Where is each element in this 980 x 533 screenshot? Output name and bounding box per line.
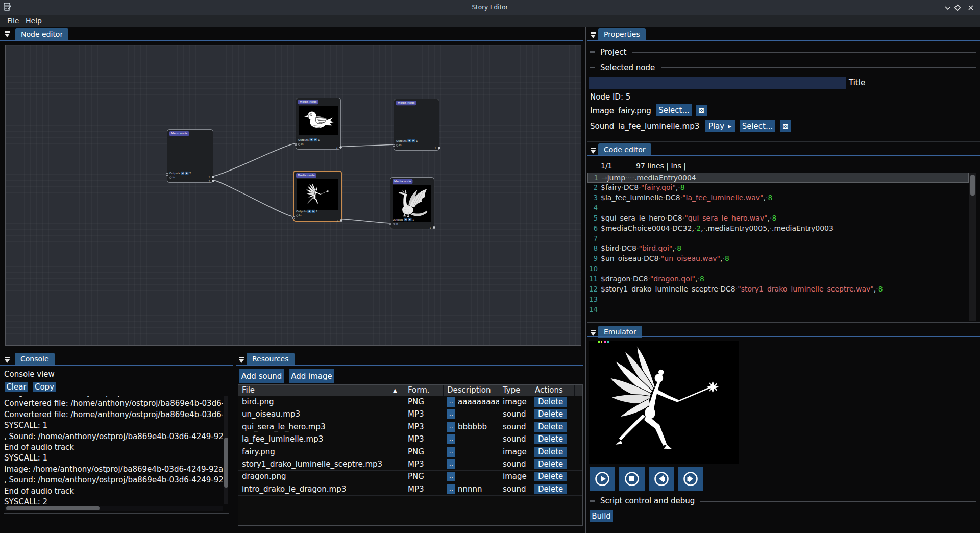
node-input-pin[interactable]	[292, 216, 295, 219]
code-line: 13	[587, 295, 969, 305]
increase-outputs-button[interactable]: ▶	[412, 139, 415, 142]
console-hscrollbar[interactable]	[5, 506, 223, 511]
emulator-stop-button[interactable]	[619, 467, 645, 491]
edit-description-button[interactable]: ..	[447, 409, 455, 419]
node-output-pin[interactable]	[438, 147, 440, 149]
decrease-outputs-button[interactable]: ◀	[309, 138, 313, 141]
edit-description-button[interactable]: ..	[447, 397, 455, 407]
node-editor-fold-icon[interactable]	[4, 31, 11, 38]
delete-button[interactable]: Delete	[534, 409, 567, 419]
tab-resources[interactable]: Resources	[247, 353, 295, 366]
node-output-pin[interactable]	[339, 146, 342, 149]
resources-fold-icon[interactable]	[238, 356, 245, 364]
copy-button[interactable]: Copy	[33, 382, 56, 392]
emulator-fold-icon[interactable]	[590, 329, 597, 336]
close-icon[interactable]	[966, 3, 976, 13]
image-clear-button[interactable]: ⊠	[696, 105, 707, 116]
delete-button[interactable]: Delete	[534, 434, 567, 444]
tab-properties[interactable]: Properties	[598, 28, 646, 41]
delete-button[interactable]: Delete	[534, 447, 567, 457]
node-canvas[interactable]: Menu nodeOutputs◀▶2In12Media nodeOutputs…	[5, 45, 581, 346]
node-output-pin[interactable]	[212, 180, 214, 182]
edit-description-button[interactable]: ..	[447, 422, 455, 432]
fairy-media-node[interactable]: Media nodeOutputs◀▶1In1	[293, 171, 342, 222]
emulator-back-button[interactable]	[649, 467, 674, 491]
image-value: fairy.png	[618, 106, 651, 115]
delete-button[interactable]: Delete	[534, 397, 567, 407]
titlebar[interactable]: Story Editor	[0, 0, 980, 15]
resource-row-story1_drako_luminelle_sceptre.mp3[interactable]: story1_drako_luminelle_sceptre.mp3MP3..s…	[238, 458, 582, 471]
menu-file[interactable]: File	[4, 16, 22, 26]
code-scrollbar[interactable]	[969, 173, 976, 321]
node-input-pin[interactable]	[295, 143, 297, 146]
console-output[interactable]: Image: /home/anthony/ostproj/ba869e4b-03…	[4, 396, 223, 505]
delete-button[interactable]: Delete	[534, 484, 567, 494]
sound-select-button[interactable]: Select...	[740, 120, 775, 132]
edit-description-button[interactable]: ..	[447, 472, 455, 481]
resource-row-un_oiseau.mp3[interactable]: un_oiseau.mp3MP3..soundDelete	[238, 408, 582, 421]
edit-description-button[interactable]: ..	[447, 447, 455, 457]
main-splitter[interactable]	[585, 27, 586, 533]
properties-fold-icon[interactable]	[590, 32, 597, 39]
dragon-media-node[interactable]: Media nodeOutputs◀▶1In1	[390, 177, 434, 229]
column-header-file[interactable]: File	[238, 385, 404, 396]
emulator-forward-button[interactable]	[678, 467, 703, 491]
edit-description-button[interactable]: ..	[447, 459, 455, 469]
column-header-form[interactable]: Form.	[404, 385, 444, 396]
resource-row-bird.png[interactable]: bird.pngPNG..aaaaaaaaaimageDelete	[238, 396, 582, 408]
resource-file: la_fee_luminelle.mp3	[238, 433, 404, 446]
title-input[interactable]	[589, 77, 846, 89]
node-input-pin[interactable]	[393, 144, 395, 147]
emulator-play-button[interactable]	[590, 467, 615, 491]
decrease-outputs-button[interactable]: ◀	[407, 139, 411, 142]
code-editor-content[interactable]: 1→jump····.mediaEntry00042$fairy·DC8·"fa…	[587, 173, 969, 317]
delete-button[interactable]: Delete	[534, 422, 567, 432]
resource-row-la_fee_luminelle.mp3[interactable]: la_fee_luminelle.mp3MP3..soundDelete	[238, 433, 582, 446]
build-button[interactable]: Build	[590, 510, 613, 522]
maximize-icon[interactable]	[952, 3, 963, 13]
tab-code-editor[interactable]: Code editor	[598, 143, 651, 156]
increase-outputs-button[interactable]: ▶	[185, 172, 189, 175]
add-sound-button[interactable]: Add sound	[239, 369, 284, 383]
image-select-button[interactable]: Select...	[656, 104, 692, 116]
resource-row-intro_drako_le_dragon.mp3[interactable]: intro_drako_le_dragon.mp3MP3..nnnnnsound…	[238, 483, 582, 496]
column-header-type[interactable]: Type	[499, 385, 531, 396]
edit-description-button[interactable]: ..	[447, 484, 455, 494]
play-button[interactable]: Play▶	[705, 120, 735, 132]
node-input-pin[interactable]	[166, 173, 168, 176]
code-status: 97 lines | Ins |	[636, 162, 686, 170]
sound-clear-button[interactable]: ⊠	[780, 120, 791, 132]
edit-description-button[interactable]: ..	[447, 434, 455, 444]
code-editor-fold-icon[interactable]	[590, 147, 597, 154]
delete-button[interactable]: Delete	[534, 459, 567, 469]
delete-button[interactable]: Delete	[534, 472, 567, 481]
code-line: 2$fairy·DC8·"fairy.qoi",·8	[587, 183, 969, 193]
console-fold-icon[interactable]	[4, 356, 11, 364]
menu-help[interactable]: Help	[22, 16, 45, 26]
resource-row-qui_sera_le_hero.mp3[interactable]: qui_sera_le_hero.mp3MP3..bbbbbbsoundDele…	[238, 421, 582, 433]
increase-outputs-button[interactable]: ▶	[314, 138, 317, 141]
tab-node-editor[interactable]: Node editor	[15, 28, 68, 41]
node-output-pin[interactable]	[212, 176, 214, 178]
add-image-button[interactable]: Add image	[289, 369, 334, 383]
decrease-outputs-button[interactable]: ◀	[307, 210, 311, 213]
column-header-actions[interactable]: Actions	[531, 385, 575, 396]
menu-node[interactable]: Menu nodeOutputs◀▶2In12	[167, 129, 213, 183]
minimize-icon[interactable]	[943, 3, 953, 13]
increase-outputs-button[interactable]: ▶	[408, 218, 412, 221]
bird-media-node[interactable]: Media nodeOutputs◀▶1In1	[296, 98, 341, 150]
node-input-pin[interactable]	[389, 223, 391, 225]
choice-node[interactable]: Media nodeOutputs◀▶1In1	[394, 99, 439, 151]
resource-row-fairy.png[interactable]: fairy.pngPNG..imageDelete	[238, 446, 582, 458]
code-editor-tabline	[587, 155, 980, 156]
column-header-description[interactable]: Description	[444, 385, 499, 396]
decrease-outputs-button[interactable]: ◀	[404, 218, 407, 221]
decrease-outputs-button[interactable]: ◀	[181, 172, 184, 175]
increase-outputs-button[interactable]: ▶	[312, 210, 315, 213]
tab-console[interactable]: Console	[15, 353, 55, 366]
resource-row-dragon.png[interactable]: dragon.pngPNG..imageDelete	[238, 471, 582, 483]
node-output-pin[interactable]	[433, 226, 435, 229]
console-vscrollbar[interactable]	[224, 396, 228, 504]
clear-button[interactable]: Clear	[5, 382, 28, 392]
node-output-pin[interactable]	[340, 219, 342, 222]
